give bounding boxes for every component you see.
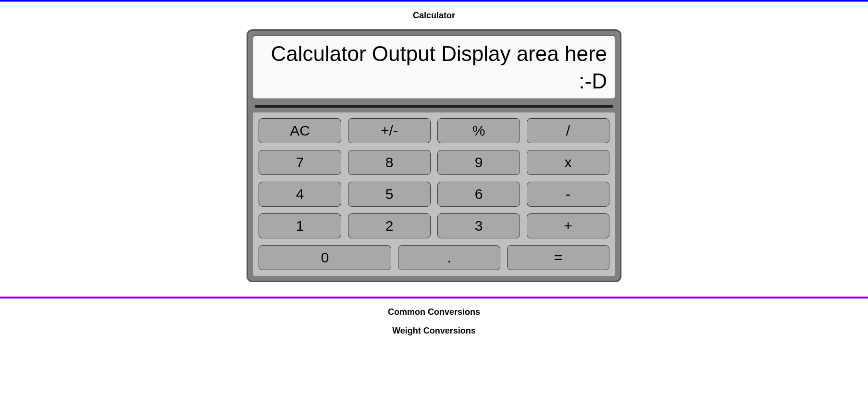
digit-9-button[interactable]: 9 [437, 150, 520, 175]
multiply-button[interactable]: x [527, 150, 609, 175]
digit-6-button[interactable]: 6 [437, 182, 520, 207]
sign-button[interactable]: +/- [348, 118, 431, 143]
conversions-section-title: Common Conversions [0, 307, 868, 317]
digit-4-button[interactable]: 4 [259, 182, 341, 207]
calculator-section-title: Calculator [0, 11, 868, 21]
calculator-keypad: AC +/- % / 7 8 9 x 4 5 6 - 1 2 3 + 0 . = [253, 112, 615, 276]
digit-2-button[interactable]: 2 [348, 213, 431, 238]
digit-3-button[interactable]: 3 [437, 213, 520, 238]
digit-1-button[interactable]: 1 [259, 213, 341, 238]
calculator-divider [255, 105, 613, 108]
digit-8-button[interactable]: 8 [348, 150, 431, 175]
ac-button[interactable]: AC [259, 118, 341, 143]
decimal-button[interactable]: . [398, 245, 500, 270]
top-magenta-rule [0, 1, 868, 2]
plus-button[interactable]: + [527, 213, 609, 238]
digit-0-button[interactable]: 0 [259, 245, 391, 270]
mid-blue-rule [0, 297, 868, 298]
digit-5-button[interactable]: 5 [348, 182, 431, 207]
divide-button[interactable]: / [527, 118, 609, 143]
minus-button[interactable]: - [527, 182, 609, 207]
weight-conversions-title: Weight Conversions [0, 326, 868, 336]
calculator: Calculator Output Display area here :-D … [247, 29, 621, 282]
calculator-display: Calculator Output Display area here :-D [253, 36, 615, 99]
digit-7-button[interactable]: 7 [259, 150, 341, 175]
equals-button[interactable]: = [507, 245, 609, 270]
percent-button[interactable]: % [437, 118, 520, 143]
